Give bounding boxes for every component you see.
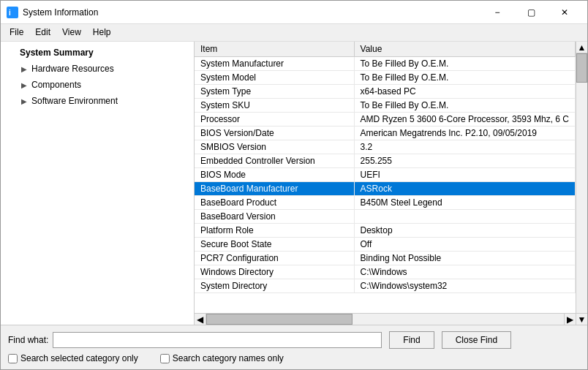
cell-item: Windows Directory	[195, 265, 354, 279]
cell-value: B450M Steel Legend	[354, 196, 575, 210]
cell-item: System Type	[195, 85, 354, 99]
vscroll-thumb[interactable]	[576, 53, 587, 83]
cell-item: System SKU	[195, 99, 354, 113]
table-row[interactable]: System Typex64-based PC	[195, 85, 576, 99]
expand-icon-components: ▶	[18, 79, 30, 91]
menu-help[interactable]: Help	[87, 26, 117, 39]
expand-icon-hardware: ▶	[18, 63, 30, 75]
cell-item: Processor	[195, 113, 354, 127]
find-input[interactable]	[53, 332, 382, 348]
cell-value: AMD Ryzen 5 3600 6-Core Processor, 3593 …	[354, 113, 575, 127]
minimize-button[interactable]: −	[480, 1, 514, 24]
vscroll-track[interactable]	[576, 53, 587, 313]
table-row[interactable]: Windows DirectoryC:\Windows	[195, 265, 576, 279]
table-row[interactable]: System ManufacturerTo Be Filled By O.E.M…	[195, 57, 576, 71]
cell-item: BaseBoard Product	[195, 196, 354, 210]
cell-value: C:\Windows\system32	[354, 279, 575, 293]
sidebar-item-components[interactable]: ▶ Components	[1, 77, 194, 93]
title-bar: i System Information − ▢ ✕	[1, 1, 587, 24]
cell-value: 255.255	[354, 154, 575, 168]
horizontal-scrollbar[interactable]: ◀ ▶	[195, 313, 576, 325]
col-item: Item	[195, 42, 354, 57]
table-row[interactable]: System ModelTo Be Filled By O.E.M.	[195, 71, 576, 85]
table-row[interactable]: BaseBoard ManufacturerASRock	[195, 182, 576, 196]
check-selected-category[interactable]: Search selected category only	[8, 353, 138, 363]
checkbox-category-names[interactable]	[160, 354, 170, 363]
scrollbar-track[interactable]	[206, 314, 564, 325]
menu-file[interactable]: File	[4, 26, 29, 39]
cell-item: System Manufacturer	[195, 57, 354, 71]
scroll-left-btn[interactable]: ◀	[195, 314, 206, 325]
cell-item: Secure Boot State	[195, 238, 354, 252]
cell-value	[354, 210, 575, 224]
scroll-up-btn[interactable]: ▲	[576, 42, 587, 53]
table-row[interactable]: BIOS Version/DateAmerican Megatrends Inc…	[195, 127, 576, 140]
main-content: System Summary ▶ Hardware Resources ▶ Co…	[1, 42, 587, 325]
find-bar: Find what: Find Close Find Search select…	[1, 325, 587, 369]
cell-value: ASRock	[354, 182, 575, 196]
cell-value: To Be Filled By O.E.M.	[354, 57, 575, 71]
cell-item: BIOS Mode	[195, 168, 354, 182]
find-row: Find what: Find Close Find	[8, 331, 580, 349]
cell-value: 3.2	[354, 140, 575, 154]
cell-item: BaseBoard Manufacturer	[195, 182, 354, 196]
sidebar-item-software-environment[interactable]: ▶ Software Environment	[1, 93, 194, 109]
table-row[interactable]: Secure Boot StateOff	[195, 238, 576, 252]
table-row[interactable]: Platform RoleDesktop	[195, 224, 576, 238]
detail-wrapper: Item Value System ManufacturerTo Be Fill…	[195, 42, 587, 325]
find-button[interactable]: Find	[389, 331, 434, 349]
cell-item: System Model	[195, 71, 354, 85]
cell-value: Binding Not Possible	[354, 252, 575, 265]
svg-text:i: i	[9, 9, 11, 17]
cell-item: BaseBoard Version	[195, 210, 354, 224]
menu-edit[interactable]: Edit	[29, 26, 56, 39]
detail-pane: Item Value System ManufacturerTo Be Fill…	[195, 42, 576, 325]
maximize-button[interactable]: ▢	[514, 1, 548, 24]
scrollbar-thumb[interactable]	[206, 314, 353, 325]
table-row[interactable]: System DirectoryC:\Windows\system32	[195, 279, 576, 293]
table-row[interactable]: BIOS ModeUEFI	[195, 168, 576, 182]
checkbox-selected-category[interactable]	[8, 354, 18, 363]
cell-value: C:\Windows	[354, 265, 575, 279]
check-category-names[interactable]: Search category names only	[160, 353, 284, 363]
table-row[interactable]: BaseBoard ProductB450M Steel Legend	[195, 196, 576, 210]
detail-table[interactable]: Item Value System ManufacturerTo Be Fill…	[195, 42, 576, 313]
cell-item: PCR7 Configuration	[195, 252, 354, 265]
cell-item: Embedded Controller Version	[195, 154, 354, 168]
col-value: Value	[354, 42, 575, 57]
sidebar-item-system-summary[interactable]: System Summary	[1, 45, 194, 61]
cell-item: SMBIOS Version	[195, 140, 354, 154]
sidebar-item-hardware-resources[interactable]: ▶ Hardware Resources	[1, 61, 194, 77]
cell-value: To Be Filled By O.E.M.	[354, 99, 575, 113]
vertical-scrollbar[interactable]: ▲ ▼	[576, 42, 587, 325]
close-find-button[interactable]: Close Find	[442, 331, 511, 349]
cell-item: BIOS Version/Date	[195, 127, 354, 140]
expand-icon-software: ▶	[18, 95, 30, 107]
scroll-down-btn[interactable]: ▼	[576, 313, 587, 325]
cell-value: To Be Filled By O.E.M.	[354, 71, 575, 85]
table-row[interactable]: PCR7 ConfigurationBinding Not Possible	[195, 252, 576, 265]
cell-value: Off	[354, 238, 575, 252]
menu-view[interactable]: View	[56, 26, 87, 39]
table-row[interactable]: Embedded Controller Version255.255	[195, 154, 576, 168]
main-window: i System Information − ▢ ✕ File Edit Vie…	[0, 0, 588, 370]
cell-value: x64-based PC	[354, 85, 575, 99]
window-title: System Information	[23, 7, 480, 18]
app-icon: i	[7, 7, 18, 18]
cell-value: American Megatrends Inc. P2.10, 09/05/20…	[354, 127, 575, 140]
cell-value: Desktop	[354, 224, 575, 238]
scroll-right-btn[interactable]: ▶	[564, 314, 576, 325]
cell-value: UEFI	[354, 168, 575, 182]
table-row[interactable]: SMBIOS Version3.2	[195, 140, 576, 154]
cell-item: System Directory	[195, 279, 354, 293]
table-row[interactable]: ProcessorAMD Ryzen 5 3600 6-Core Process…	[195, 113, 576, 127]
expand-icon-summary	[7, 47, 18, 58]
find-label: Find what:	[8, 335, 48, 345]
sidebar: System Summary ▶ Hardware Resources ▶ Co…	[1, 42, 195, 325]
window-controls: − ▢ ✕	[480, 1, 581, 24]
find-checks: Search selected category only Search cat…	[8, 353, 580, 363]
menu-bar: File Edit View Help	[1, 24, 587, 42]
table-row[interactable]: System SKUTo Be Filled By O.E.M.	[195, 99, 576, 113]
close-button[interactable]: ✕	[548, 1, 581, 24]
table-row[interactable]: BaseBoard Version	[195, 210, 576, 224]
